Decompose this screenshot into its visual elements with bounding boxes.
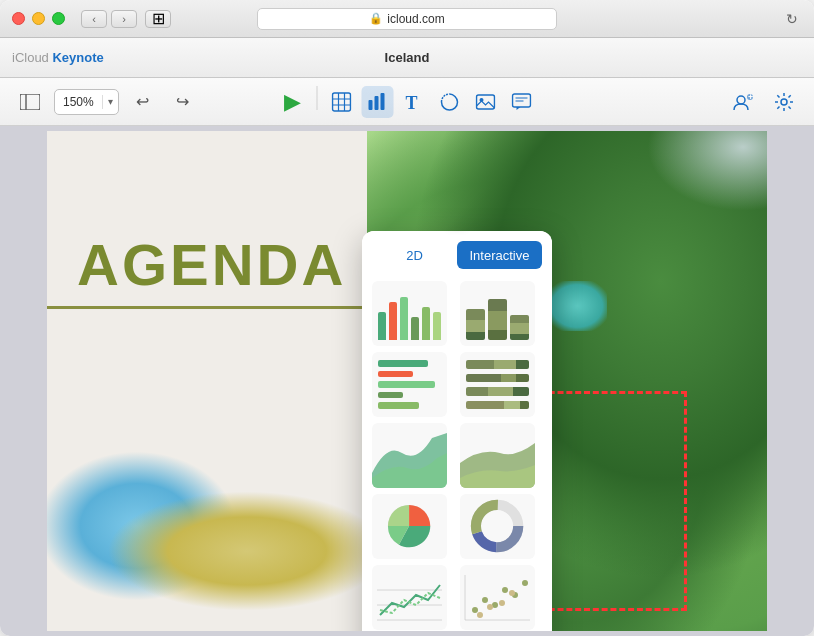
toolbar-center: ▶ T: [277, 86, 538, 118]
table-button[interactable]: [326, 86, 358, 118]
shape-button[interactable]: [434, 86, 466, 118]
slide: AGENDA 2D Interactive: [47, 131, 767, 631]
collaborate-button[interactable]: +: [728, 86, 760, 118]
chart-button[interactable]: [362, 86, 394, 118]
forward-button[interactable]: ›: [111, 10, 137, 28]
app-bar: iCloud Keynote Iceland: [0, 38, 814, 78]
svg-rect-2: [333, 93, 351, 111]
svg-rect-9: [381, 93, 385, 110]
nav-buttons: ‹ ›: [81, 10, 137, 28]
chart-grid: [362, 275, 552, 631]
play-button[interactable]: ▶: [277, 86, 309, 118]
chart-type-area[interactable]: [372, 423, 447, 488]
svg-point-16: [737, 96, 745, 104]
app-name-label: Keynote: [52, 50, 103, 65]
chart-type-stacked-bar[interactable]: [460, 281, 535, 346]
svg-rect-7: [369, 100, 373, 110]
map-ice: [647, 131, 767, 211]
app-window: ‹ › ⊞ 🔒 icloud.com ↻ iCloud Keynote Icel…: [0, 0, 814, 636]
redo-button[interactable]: ↪: [167, 86, 199, 118]
toolbar: 150% ▾ ↩ ↪ ▶ T: [0, 78, 814, 126]
url-text: icloud.com: [387, 12, 444, 26]
media-button[interactable]: [470, 86, 502, 118]
chart-type-horizontal-bar[interactable]: [372, 352, 447, 417]
chart-type-popup: 2D Interactive: [362, 231, 552, 631]
chart-type-pie[interactable]: [372, 494, 447, 559]
agenda-heading: AGENDA: [77, 231, 346, 298]
app-brand: iCloud Keynote: [12, 50, 104, 65]
svg-point-33: [502, 587, 508, 593]
back-button[interactable]: ‹: [81, 10, 107, 28]
traffic-lights: [12, 12, 65, 25]
text-button[interactable]: T: [398, 86, 430, 118]
zoom-label: 150%: [55, 95, 103, 109]
zoom-arrow[interactable]: ▾: [103, 96, 118, 107]
chart-type-horizontal-stacked-bar[interactable]: [460, 352, 535, 417]
undo-button[interactable]: ↩: [127, 86, 159, 118]
titlebar: ‹ › ⊞ 🔒 icloud.com ↻: [0, 0, 814, 38]
chart-type-stacked-area[interactable]: [460, 423, 535, 488]
zoom-control[interactable]: 150% ▾: [54, 89, 119, 115]
svg-point-30: [472, 607, 478, 613]
svg-text:T: T: [406, 93, 418, 112]
svg-point-37: [487, 604, 493, 610]
comment-button[interactable]: [506, 86, 538, 118]
svg-rect-11: [477, 95, 495, 109]
slide-area: AGENDA 2D Interactive: [0, 126, 814, 636]
svg-rect-8: [375, 96, 379, 110]
map-teal: [547, 281, 607, 331]
svg-point-36: [477, 612, 483, 618]
svg-point-38: [499, 600, 505, 606]
document-title: Iceland: [385, 50, 430, 65]
maximize-button[interactable]: [52, 12, 65, 25]
chart-type-tabs: 2D Interactive: [362, 231, 552, 275]
map-sand: [107, 491, 387, 611]
chart-type-grouped-bar[interactable]: [372, 281, 447, 346]
svg-point-31: [482, 597, 488, 603]
chart-type-donut[interactable]: [460, 494, 535, 559]
sidebar-toggle[interactable]: ⊞: [145, 10, 171, 28]
chart-type-line[interactable]: [372, 565, 447, 630]
chart-type-scatter[interactable]: [460, 565, 535, 630]
reload-button[interactable]: ↻: [782, 9, 802, 29]
url-bar[interactable]: 🔒 icloud.com: [257, 8, 557, 30]
tab-2d[interactable]: 2D: [372, 241, 457, 269]
svg-text:+: +: [748, 92, 753, 102]
svg-point-35: [522, 580, 528, 586]
settings-button[interactable]: [768, 86, 800, 118]
toolbar-right: +: [728, 86, 800, 118]
svg-rect-0: [20, 94, 40, 110]
svg-point-19: [781, 99, 787, 105]
svg-point-39: [509, 590, 515, 596]
icloud-label: iCloud: [12, 50, 49, 65]
sidebar-panel-button[interactable]: [14, 86, 46, 118]
close-button[interactable]: [12, 12, 25, 25]
divider-1: [317, 86, 318, 110]
tab-interactive[interactable]: Interactive: [457, 241, 542, 269]
lock-icon: 🔒: [369, 12, 383, 25]
minimize-button[interactable]: [32, 12, 45, 25]
